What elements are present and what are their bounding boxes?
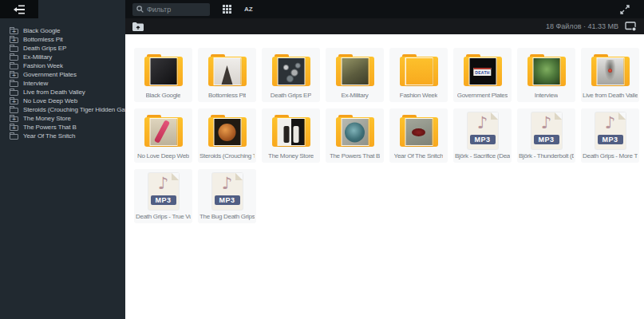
album-art-thumbnail xyxy=(342,119,368,145)
sidebar-collapse-icon xyxy=(13,5,26,14)
folder-icon xyxy=(591,54,630,86)
music-note-icon: ♪ xyxy=(531,113,562,132)
grid-item-folder[interactable]: Interview xyxy=(517,48,575,102)
grid-item-label: The Money Store xyxy=(268,152,314,160)
folder-icon xyxy=(10,116,18,122)
slideshow-icon xyxy=(625,22,637,32)
grid-item-mp3[interactable]: ♪ MP3 Death Grips - True Vult... xyxy=(134,169,192,223)
sidebar-item[interactable]: Interview xyxy=(0,79,125,88)
grid-item-folder[interactable]: Ex-Military xyxy=(326,48,384,102)
grid-item-label: Government Plates xyxy=(457,92,508,99)
grid-item-label: Interview xyxy=(535,92,558,99)
folder-icon xyxy=(336,54,374,86)
grid-item-folder[interactable]: The Money Store xyxy=(262,108,320,163)
sidebar-item[interactable]: Live from Death Valley xyxy=(0,88,125,96)
sidebar-item-label: Interview xyxy=(23,80,48,87)
mp3-badge: MP3 xyxy=(534,135,559,144)
folder-icon xyxy=(10,46,18,52)
grid-item-folder[interactable]: Year Of The Snitch xyxy=(389,108,448,163)
grid-item-mp3[interactable]: ♪ MP3 The Bug Death Grips FU... xyxy=(198,169,256,223)
grid-item-label: Björk - Thunderbolt (De... xyxy=(519,152,574,160)
grid-view-button[interactable] xyxy=(223,0,231,18)
icon-area: DEATH xyxy=(464,52,502,89)
sidebar-item[interactable]: Steroids (Crouching Tiger Hidden Gabber … xyxy=(0,105,125,114)
parent-folder-icon xyxy=(132,22,144,31)
mp3-file-icon: ♪ MP3 xyxy=(148,173,179,210)
folder-icon xyxy=(10,134,18,140)
grid-item-label: Black Google xyxy=(146,92,181,99)
album-art-thumbnail xyxy=(405,119,432,145)
grid-item-folder[interactable]: The Powers That B xyxy=(326,108,384,163)
folder-icon xyxy=(400,115,438,147)
grid-item-folder[interactable]: Fashion Week xyxy=(389,48,448,102)
filter-input[interactable] xyxy=(147,6,203,14)
sidebar-item-label: Bottomless Pit xyxy=(23,36,63,43)
grid-item-folder[interactable]: DEATH Government Plates xyxy=(453,48,512,102)
grid-item-folder[interactable]: Death Grips EP xyxy=(262,48,320,102)
sidebar-item[interactable]: The Money Store xyxy=(0,114,125,123)
mp3-badge: MP3 xyxy=(470,135,496,144)
folder-icon xyxy=(10,73,18,78)
sidebar-item[interactable]: Black Google xyxy=(0,26,125,35)
folder-icon xyxy=(10,90,18,96)
grid-item-label: The Powers That B xyxy=(330,152,380,160)
sidebar-item[interactable]: The Powers That B xyxy=(0,123,125,132)
slideshow-button[interactable] xyxy=(625,22,637,32)
sidebar-item-label: Black Google xyxy=(23,27,60,34)
icon-area: ♪ MP3 xyxy=(148,173,179,210)
sidebar-item[interactable]: Death Grips EP xyxy=(0,44,125,53)
sidebar-item[interactable]: No Love Deep Web xyxy=(0,96,125,105)
folder-icon xyxy=(10,108,18,113)
icon-area xyxy=(400,52,438,89)
grid-item-label: Björk - Sacrifice (Death ... xyxy=(455,152,510,160)
folder-icon xyxy=(10,81,18,87)
sidebar-item-label: Live from Death Valley xyxy=(23,89,85,96)
grid-item-mp3[interactable]: ♪ MP3 Björk - Thunderbolt (De... xyxy=(517,108,575,163)
sidebar-toggle-button[interactable] xyxy=(0,0,38,18)
grid-item-folder[interactable]: No Love Deep Web xyxy=(134,108,192,163)
folder-icon xyxy=(400,54,438,86)
sidebar: Black Google Bottomless Pit Death Grips … xyxy=(0,0,125,319)
grid-item-label: Bottomless Pit xyxy=(208,92,246,99)
folder-icon xyxy=(272,54,310,86)
search-icon xyxy=(136,6,144,13)
search-box[interactable] xyxy=(132,3,210,16)
icon-area xyxy=(591,52,630,89)
icon-area: ♪ MP3 xyxy=(595,112,626,149)
grid-item-label: The Bug Death Grips FU... xyxy=(200,213,255,220)
grid-item-folder[interactable]: Steroids (Crouching Tig... xyxy=(198,108,256,163)
album-art-thumbnail xyxy=(214,58,240,85)
folder-icon xyxy=(272,115,310,147)
album-art-thumbnail xyxy=(150,119,176,145)
sidebar-item[interactable]: Year Of The Snitch xyxy=(0,132,125,140)
mp3-badge: MP3 xyxy=(215,195,240,205)
grid-item-label: Death Grips - More Tha... xyxy=(583,152,638,160)
secondary-toolbar: 18 Файлов · 41.33 MB xyxy=(125,18,644,34)
sidebar-item-label: Ex-Military xyxy=(23,53,52,61)
grid-item-folder[interactable]: Black Google xyxy=(134,48,192,102)
sidebar-item-label: Year Of The Snitch xyxy=(23,132,75,140)
icon-area: ♪ MP3 xyxy=(212,173,243,210)
grid-item-mp3[interactable]: ♪ MP3 Björk - Sacrifice (Death ... xyxy=(453,108,512,163)
sidebar-item[interactable]: Fashion Week xyxy=(0,61,125,70)
folder-icon xyxy=(527,54,566,86)
parent-folder-button[interactable] xyxy=(132,22,144,31)
folder-tree: Black Google Bottomless Pit Death Grips … xyxy=(0,0,125,140)
sidebar-item-label: Fashion Week xyxy=(23,62,63,69)
sidebar-item[interactable]: Government Plates xyxy=(0,70,125,79)
sort-az-button[interactable]: AZ xyxy=(244,0,253,18)
grid-item-mp3[interactable]: ♪ MP3 Death Grips - More Tha... xyxy=(581,108,639,163)
top-toolbar: AZ xyxy=(125,0,644,18)
grid-item-folder[interactable]: Live from Death Valley xyxy=(581,48,639,102)
file-count-status: 18 Файлов · 41.33 MB xyxy=(546,22,618,30)
sidebar-item[interactable]: Ex-Military xyxy=(0,53,125,61)
grid-item-label: Fashion Week xyxy=(400,92,437,99)
sidebar-item[interactable]: Bottomless Pit xyxy=(0,35,125,44)
folder-icon xyxy=(10,64,18,69)
folder-icon xyxy=(10,125,18,131)
mp3-file-icon: ♪ MP3 xyxy=(531,112,562,149)
grid-item-folder[interactable]: Bottomless Pit xyxy=(198,48,256,102)
fullscreen-button[interactable] xyxy=(620,0,630,18)
mp3-file-icon: ♪ MP3 xyxy=(212,173,243,210)
album-art-thumbnail: DEATH xyxy=(469,58,496,85)
